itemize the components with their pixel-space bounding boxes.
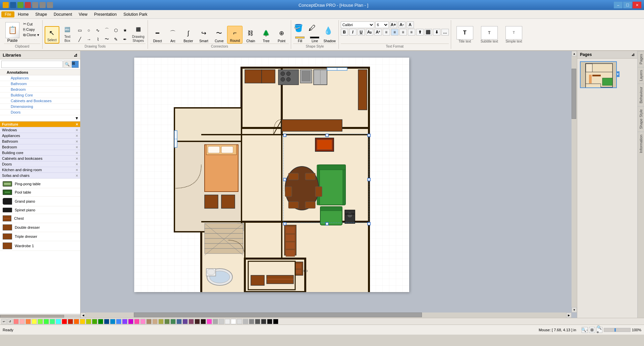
- search-button[interactable]: 🔍: [63, 61, 71, 68]
- rect-icon[interactable]: ▭: [75, 26, 84, 34]
- subscript-button[interactable]: A₂: [366, 29, 373, 36]
- color-marker-18[interactable]: [116, 319, 121, 324]
- color-marker-5[interactable]: [38, 319, 43, 324]
- color-marker-14[interactable]: [92, 319, 97, 324]
- search-input[interactable]: [1, 61, 63, 68]
- color-marker-9[interactable]: [62, 319, 67, 324]
- wave-icon[interactable]: 〜: [103, 35, 111, 44]
- menu-file[interactable]: File: [1, 11, 14, 17]
- shadow-button[interactable]: 💧 Shadow: [323, 26, 336, 44]
- shape-spinet-piano[interactable]: Spinet piano: [0, 206, 80, 214]
- italic-button[interactable]: I: [349, 29, 357, 36]
- close-doors-icon[interactable]: ✕: [75, 162, 78, 166]
- arc-button[interactable]: ⌒ Arc: [165, 26, 180, 44]
- tree-item-cabinets[interactable]: Cabinets and Bookcases: [0, 98, 80, 104]
- sidebar-collapse-icon[interactable]: ⊿: [73, 52, 77, 58]
- color-marker-26[interactable]: [164, 319, 170, 324]
- color-marker-3[interactable]: [25, 319, 31, 324]
- minimize-button[interactable]: –: [614, 2, 623, 8]
- arrow-icon[interactable]: →: [85, 35, 93, 44]
- color-marker-22[interactable]: [140, 319, 146, 324]
- tree-item-doors[interactable]: Doors: [0, 110, 80, 115]
- color-marker-35[interactable]: [219, 319, 224, 324]
- active-lib-doors[interactable]: Doors ✕: [0, 161, 80, 167]
- underline-button[interactable]: U: [358, 29, 365, 36]
- zoom-fit-button[interactable]: ⊞: [589, 327, 595, 333]
- color-marker-34[interactable]: [213, 319, 218, 324]
- tree-button[interactable]: 🌲 Tree: [259, 26, 273, 44]
- shape-wardrobe[interactable]: Wardrobe 1: [0, 241, 80, 251]
- text-more-button[interactable]: …: [441, 29, 449, 36]
- active-lib-sofas[interactable]: Sofas and chairs ✕: [0, 173, 80, 179]
- close-cabinets-icon[interactable]: ✕: [75, 157, 78, 160]
- active-lib-building-core[interactable]: Building core ✕: [0, 150, 80, 156]
- color-marker-23[interactable]: [146, 319, 152, 324]
- color-marker-8[interactable]: [56, 319, 61, 324]
- scroll-right-button[interactable]: ▶: [566, 313, 572, 318]
- shape-grand-piano[interactable]: Grand piano: [0, 197, 80, 206]
- subtitle-text-button[interactable]: T Subtitle text: [478, 25, 501, 45]
- color-marker-15[interactable]: [98, 319, 103, 324]
- tab-shape-style[interactable]: Shape Style: [638, 106, 644, 132]
- curve-button[interactable]: 〜 Curve: [212, 26, 226, 44]
- cut-button[interactable]: ✂ Cut: [22, 21, 40, 26]
- color-marker-10[interactable]: [68, 319, 73, 324]
- color-marker-27[interactable]: [170, 319, 176, 324]
- direct-button[interactable]: ━ Direct: [150, 26, 165, 44]
- close-button[interactable]: ✕: [633, 2, 641, 8]
- vertical-scrollbar[interactable]: ▲ ▼: [572, 51, 577, 313]
- scroll-up-button[interactable]: ▲: [572, 51, 577, 56]
- close-bathroom-icon[interactable]: ✕: [75, 140, 78, 143]
- canvas-area[interactable]: up: [80, 51, 577, 318]
- curve-tool-icon[interactable]: ∿: [94, 26, 102, 34]
- color-marker-41[interactable]: [255, 319, 260, 324]
- font-shrink-button[interactable]: A-: [398, 21, 406, 28]
- zoom-in-button[interactable]: 🔍+: [596, 327, 602, 333]
- color-marker-39[interactable]: [243, 319, 248, 324]
- maximize-button[interactable]: ☐: [623, 2, 632, 8]
- menu-home[interactable]: Home: [14, 11, 32, 17]
- color-marker-19[interactable]: [122, 319, 127, 324]
- close-windows-icon[interactable]: ✕: [75, 128, 78, 132]
- color-marker-40[interactable]: [249, 319, 254, 324]
- view-mode-button[interactable]: ⊞: [71, 61, 79, 68]
- shape-ping-pong-table[interactable]: Ping-pong table: [0, 180, 80, 188]
- font-size-select[interactable]: 6: [375, 21, 389, 28]
- color-marker-37[interactable]: [231, 319, 236, 324]
- valign-bot-button[interactable]: ⬇: [433, 29, 440, 36]
- line-icon[interactable]: ╱: [75, 35, 84, 44]
- align-center-button[interactable]: ≡: [391, 29, 398, 36]
- close-building-core-icon[interactable]: ✕: [75, 151, 78, 155]
- shape-chest[interactable]: Chest: [0, 214, 80, 223]
- color-marker-24[interactable]: [152, 319, 158, 324]
- horizontal-scrollbar[interactable]: ◀ ▶: [80, 313, 572, 318]
- color-marker-21[interactable]: [134, 319, 140, 324]
- shape-double-dresser[interactable]: Double dresser: [0, 223, 80, 232]
- active-lib-appliances[interactable]: Appliances ✕: [0, 133, 80, 139]
- smart-button[interactable]: ↪ Smart: [196, 26, 211, 44]
- color-marker-25[interactable]: [158, 319, 164, 324]
- color-marker-4[interactable]: [32, 319, 37, 324]
- active-lib-bedroom[interactable]: Bedroom ✕: [0, 144, 80, 150]
- color-marker-43[interactable]: [267, 319, 272, 324]
- nav-icon-1[interactable]: ↩: [1, 319, 7, 324]
- valign-top-button[interactable]: ⬆: [416, 29, 424, 36]
- tree-item-bedroom[interactable]: Bedroom: [0, 87, 80, 92]
- pen-icon[interactable]: ✒: [121, 35, 129, 44]
- color-marker-36[interactable]: [225, 319, 230, 324]
- color-marker-20[interactable]: [128, 319, 133, 324]
- menu-presentation[interactable]: Presentation: [91, 11, 120, 17]
- paste-button[interactable]: 📋 Paste: [4, 21, 21, 44]
- font-grow-button[interactable]: A+: [390, 21, 397, 28]
- text-box-button[interactable]: 🔤 TextBox: [61, 23, 74, 44]
- color-marker-31[interactable]: [195, 319, 200, 324]
- close-kitchen-icon[interactable]: ✕: [75, 168, 78, 172]
- shape-triple-dresser[interactable]: Triple dresser: [0, 232, 80, 241]
- color-marker-38[interactable]: [237, 319, 242, 324]
- tree-item-building-core[interactable]: Building Core: [0, 92, 80, 98]
- valign-mid-button[interactable]: ⬛: [425, 29, 432, 36]
- tree-item-dimensioning[interactable]: Dimensioning: [0, 104, 80, 110]
- align-justify-button[interactable]: ≡: [408, 29, 415, 36]
- menu-view[interactable]: View: [75, 11, 91, 17]
- superscript-button[interactable]: A²: [374, 29, 382, 36]
